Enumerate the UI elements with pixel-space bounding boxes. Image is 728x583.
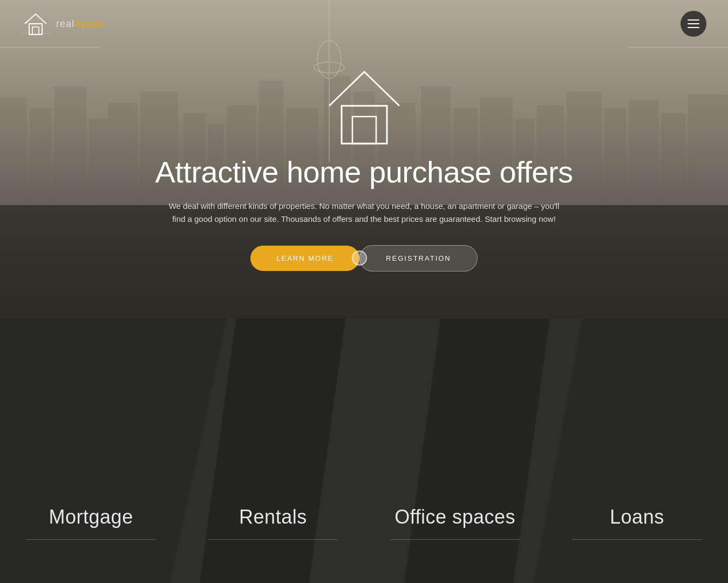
services-grid: Mortgage Rentals Office spaces Loans	[0, 318, 728, 583]
logo-real: real	[56, 18, 74, 30]
menu-button[interactable]	[681, 11, 706, 37]
nav-separator-right	[628, 47, 728, 48]
hero-subtitle: We deal with different kinds of properti…	[165, 200, 564, 226]
navbar: real estate	[0, 0, 728, 48]
card-line-rentals	[208, 539, 338, 540]
registration-button[interactable]: REGISTRATION	[359, 245, 478, 272]
logo-text: real estate	[56, 18, 104, 30]
card-line-office-spaces	[390, 539, 520, 540]
card-line-mortgage	[26, 539, 156, 540]
hero-content: Attractive home purchase offers We deal …	[0, 48, 728, 272]
bottom-section: Mortgage Rentals Office spaces Loans	[0, 318, 728, 583]
menu-line-2	[688, 23, 699, 24]
menu-line-1	[688, 19, 699, 21]
service-card-loans[interactable]: Loans	[546, 506, 728, 540]
service-card-title-rentals: Rentals	[239, 506, 307, 528]
service-card-title-mortgage: Mortgage	[49, 506, 133, 528]
service-card-office-spaces[interactable]: Office spaces	[364, 506, 546, 540]
nav-separator-left	[0, 47, 100, 48]
logo-estate: estate	[74, 18, 104, 30]
svg-rect-33	[342, 106, 387, 144]
learn-more-button[interactable]: LEARN MORE	[250, 246, 359, 271]
service-card-rentals[interactable]: Rentals	[182, 506, 364, 540]
service-card-title-office-spaces: Office spaces	[394, 506, 515, 528]
service-card-mortgage[interactable]: Mortgage	[0, 506, 182, 540]
logo-house-icon	[22, 10, 50, 38]
svg-rect-34	[352, 117, 376, 144]
hero-section: real estate Attractive home purchase off…	[0, 0, 728, 318]
menu-line-3	[688, 27, 699, 28]
hero-title: Attractive home purchase offers	[155, 155, 573, 189]
logo-area: real estate	[22, 10, 104, 38]
hero-buttons: LEARN MORE REGISTRATION	[250, 245, 478, 272]
svg-rect-30	[29, 24, 42, 35]
hero-house-icon	[321, 58, 407, 145]
service-card-title-loans: Loans	[610, 506, 664, 528]
card-line-loans	[572, 539, 702, 540]
